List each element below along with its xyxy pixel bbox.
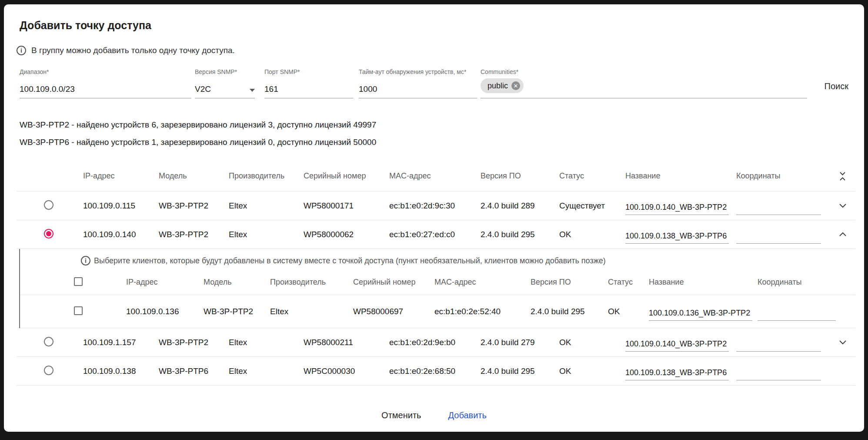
snmp-version-value: V2C bbox=[195, 84, 211, 94]
collapse-all-icon[interactable] bbox=[839, 171, 846, 181]
col-name: Название bbox=[625, 171, 736, 181]
client-fw: 2.4.0 build 295 bbox=[531, 307, 608, 316]
timeout-input[interactable]: 1000 bbox=[359, 79, 477, 98]
timeout-field: Тайм-аут обнаружения устройств, мс* 1000 bbox=[359, 68, 477, 98]
chip-remove-icon[interactable]: ✕ bbox=[511, 81, 520, 90]
col-coords: Координаты bbox=[758, 278, 855, 287]
col-ip: IP-адрес bbox=[126, 278, 204, 287]
add-button[interactable]: Добавить bbox=[445, 409, 490, 422]
client-name-input[interactable] bbox=[649, 309, 752, 321]
device-mac: ec:b1:e0:2d:9e:b0 bbox=[389, 338, 481, 347]
device-status: OK bbox=[559, 366, 625, 376]
search-button[interactable]: Поиск bbox=[825, 81, 850, 98]
search-form: Диапазон* 100.109.0.0/23 Версия SNMP* V2… bbox=[20, 68, 850, 98]
snmp-version-select[interactable]: V2C bbox=[195, 79, 255, 98]
device-name-input[interactable] bbox=[625, 368, 729, 380]
cancel-button[interactable]: Отменить bbox=[378, 409, 424, 422]
device-mac: ec:b1:e0:2e:68:50 bbox=[389, 366, 481, 376]
table-header-row: IP-адрес Модель Производитель Серийный н… bbox=[17, 161, 855, 191]
col-model: Модель bbox=[204, 278, 270, 287]
device-model: WB-3P-PTP6 bbox=[159, 366, 229, 376]
device-status: OK bbox=[559, 338, 625, 347]
device-coords-input[interactable] bbox=[736, 339, 821, 352]
community-chip-label: public bbox=[487, 81, 508, 91]
device-serial: WP58000171 bbox=[304, 201, 389, 211]
result-line-1: WB-3P-PTP2 - найдено устройств 6, зарезе… bbox=[20, 120, 848, 130]
communities-field: Communities* public ✕ bbox=[481, 68, 807, 98]
range-input[interactable]: 100.109.0.0/23 bbox=[20, 79, 191, 98]
chevron-down-icon[interactable] bbox=[839, 340, 847, 345]
device-vendor: Eltex bbox=[229, 230, 304, 239]
col-fw: Версия ПО bbox=[481, 171, 559, 181]
clients-info-row: i Выберите клиентов, которые будут добав… bbox=[20, 249, 855, 270]
chevron-down-icon[interactable] bbox=[839, 203, 847, 208]
device-fw: 2.4.0 build 295 bbox=[481, 366, 559, 376]
dialog-info-text: В группу можно добавить только одну точк… bbox=[31, 46, 235, 55]
device-model: WB-3P-PTP2 bbox=[159, 230, 229, 239]
snmp-port-label: Порт SNMP* bbox=[264, 68, 353, 76]
clients-header-row: IP-адрес Модель Производитель Серийный н… bbox=[20, 270, 855, 295]
col-fw: Версия ПО bbox=[531, 278, 608, 287]
snmp-version-label: Версия SNMP* bbox=[195, 68, 255, 76]
dialog-footer: Отменить Добавить bbox=[4, 407, 864, 423]
select-device-radio[interactable] bbox=[44, 337, 53, 346]
device-status: OK bbox=[559, 230, 625, 239]
col-ip: IP-адрес bbox=[83, 171, 159, 181]
device-model: WB-3P-PTP2 bbox=[159, 338, 229, 347]
search-results: WB-3P-PTP2 - найдено устройств 6, зарезе… bbox=[20, 120, 848, 147]
chevron-up-icon[interactable] bbox=[839, 232, 847, 237]
client-mac: ec:b1:e0:2e:52:40 bbox=[434, 307, 531, 316]
device-serial: WP58000062 bbox=[304, 230, 389, 239]
device-fw: 2.4.0 build 279 bbox=[481, 338, 559, 347]
col-coords: Координаты bbox=[736, 171, 830, 181]
dialog-info-row: i В группу можно добавить только одну то… bbox=[17, 46, 864, 55]
community-chip[interactable]: public ✕ bbox=[481, 78, 524, 93]
select-device-radio[interactable] bbox=[44, 229, 53, 238]
device-fw: 2.4.0 build 289 bbox=[481, 201, 559, 211]
select-arrow-icon bbox=[250, 89, 255, 92]
client-ip: 100.109.0.136 bbox=[126, 307, 204, 316]
range-field: Диапазон* 100.109.0.0/23 bbox=[20, 68, 191, 98]
select-client-checkbox[interactable] bbox=[74, 306, 83, 315]
dialog-title: Добавить точку доступа bbox=[20, 19, 864, 32]
client-serial: WP58000697 bbox=[353, 307, 434, 316]
timeout-label: Тайм-аут обнаружения устройств, мс* bbox=[359, 68, 477, 76]
snmp-port-input[interactable]: 161 bbox=[264, 79, 353, 98]
client-status: OK bbox=[608, 307, 649, 316]
device-row[interactable]: 100.109.1.157 WB-3P-PTP2 Eltex WP5800021… bbox=[17, 328, 855, 357]
device-mac: ec:b1:e0:2d:9c:30 bbox=[389, 201, 481, 211]
device-coords-input[interactable] bbox=[736, 203, 821, 215]
device-fw: 2.4.0 build 295 bbox=[481, 230, 559, 239]
device-model: WB-3P-PTP2 bbox=[159, 201, 229, 211]
snmp-port-field: Порт SNMP* 161 bbox=[264, 68, 353, 98]
select-device-radio[interactable] bbox=[44, 200, 53, 210]
device-vendor: Eltex bbox=[229, 366, 304, 376]
client-coords-input[interactable] bbox=[758, 309, 836, 321]
device-name-input[interactable] bbox=[625, 339, 729, 352]
col-status: Статус bbox=[559, 171, 625, 181]
col-status: Статус bbox=[608, 278, 649, 287]
client-model: WB-3P-PTP2 bbox=[204, 307, 270, 316]
range-label: Диапазон* bbox=[20, 68, 191, 76]
device-name-input[interactable] bbox=[625, 203, 729, 215]
device-row[interactable]: 100.109.0.115 WB-3P-PTP2 Eltex WP5800017… bbox=[17, 191, 855, 220]
col-vendor: Производитель bbox=[270, 278, 353, 287]
device-row[interactable]: 100.109.0.138 WB-3P-PTP6 Eltex WP5C00003… bbox=[17, 357, 855, 386]
device-ip: 100.109.0.115 bbox=[83, 201, 159, 211]
select-device-radio[interactable] bbox=[44, 366, 53, 375]
col-mac: MAC-адрес bbox=[434, 278, 531, 287]
clients-info-text: Выберите клиентов, которые будут добавле… bbox=[94, 256, 606, 265]
device-mac: ec:b1:e0:27:ed:c0 bbox=[389, 230, 481, 239]
device-coords-input[interactable] bbox=[736, 368, 821, 380]
info-icon: i bbox=[81, 256, 90, 265]
communities-label: Communities* bbox=[481, 68, 807, 76]
device-name-input[interactable] bbox=[625, 232, 729, 244]
communities-input[interactable]: public ✕ bbox=[481, 79, 807, 98]
device-serial: WP58000211 bbox=[304, 338, 389, 347]
col-name: Название bbox=[649, 278, 758, 287]
col-serial: Серийный номер bbox=[353, 278, 434, 287]
select-all-clients-checkbox[interactable] bbox=[74, 277, 83, 286]
device-coords-input[interactable] bbox=[736, 232, 821, 244]
device-row[interactable]: 100.109.0.140 WB-3P-PTP2 Eltex WP5800006… bbox=[17, 220, 855, 249]
client-row[interactable]: 100.109.0.136 WB-3P-PTP2 Eltex WP5800069… bbox=[20, 295, 855, 328]
